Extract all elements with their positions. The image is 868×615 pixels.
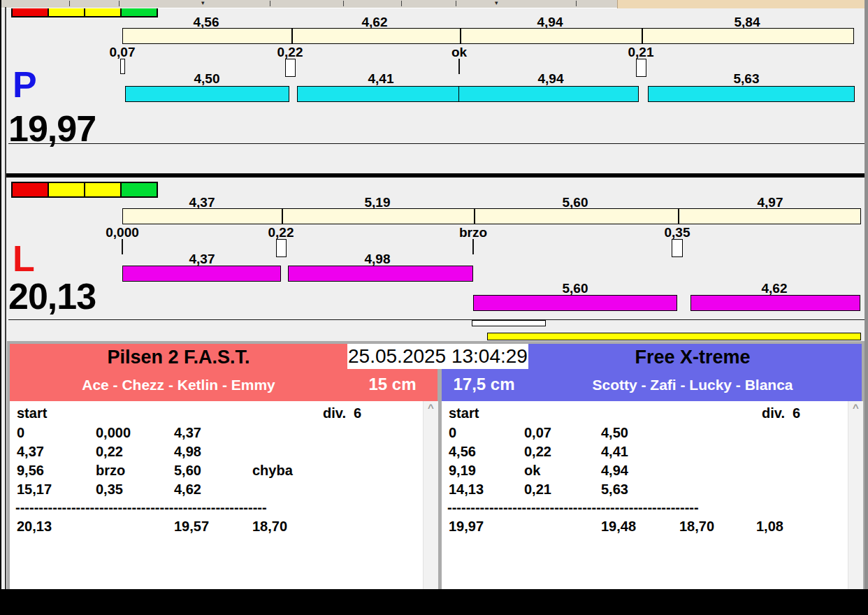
right-table-scrollbar[interactable]: ^ bbox=[848, 401, 863, 589]
table-cell: 4,56 bbox=[449, 444, 476, 460]
table-cell: 9,19 bbox=[449, 463, 476, 479]
tick-label: 0,000 bbox=[106, 225, 139, 240]
table-cell: 0,07 bbox=[524, 425, 551, 441]
tick-label: ok bbox=[451, 45, 467, 60]
split-label: 5,63 bbox=[734, 71, 760, 87]
team-left-jump-height: 15 cm bbox=[359, 375, 426, 394]
lane-p-run-bar bbox=[648, 86, 855, 102]
table-cell: 14,13 bbox=[449, 482, 484, 498]
table-cell: 0,21 bbox=[524, 482, 551, 498]
gap-marker bbox=[276, 239, 287, 257]
clock-display: 25.05.2025 13:04:29 bbox=[347, 344, 528, 369]
lane-l-upper-bar bbox=[122, 208, 861, 224]
divider-line bbox=[8, 319, 867, 320]
table-cell: chyba bbox=[252, 463, 293, 479]
lane-p-run-bar bbox=[125, 86, 289, 102]
gap-marker bbox=[285, 59, 296, 77]
status-light-red bbox=[11, 182, 49, 198]
lane-l-run-bar bbox=[288, 266, 473, 282]
table-cell: 4,94 bbox=[601, 463, 628, 479]
toolbar-chevron-icon[interactable]: ▾ bbox=[495, 0, 498, 6]
toolbar-separator bbox=[270, 1, 270, 6]
table-total-time: 20,13 bbox=[17, 519, 52, 535]
team-right-results-table: start div. 6 0 0,07 4,50 4,56 0,22 4,41 … bbox=[442, 401, 862, 589]
gap-marker bbox=[636, 59, 646, 77]
status-light-yellow-1 bbox=[48, 182, 85, 198]
table-cell: 9,56 bbox=[17, 463, 44, 479]
tick-label: 0,35 bbox=[665, 225, 690, 240]
lane-p-section: 4,56 4,62 4,94 5,84 0,07 0,22 ok 0,21 4,… bbox=[0, 0, 868, 166]
split-label: 4,98 bbox=[365, 252, 391, 267]
lane-p-run-bar bbox=[297, 86, 459, 102]
table-header-division: div. 6 bbox=[762, 405, 800, 421]
table-cell: 0 bbox=[449, 425, 456, 441]
table-cell: 0 bbox=[17, 425, 24, 441]
window-right-border bbox=[865, 0, 868, 589]
table-cell: 15,17 bbox=[17, 482, 52, 498]
toolbar-separator bbox=[343, 1, 344, 6]
toolbar-separator bbox=[69, 1, 70, 6]
table-total-net: 19,48 bbox=[601, 519, 636, 535]
table-total-net: 19,57 bbox=[174, 519, 209, 535]
bar-divider bbox=[678, 208, 679, 224]
bar-divider bbox=[474, 208, 475, 224]
toolbar-strip: ▾ ▾ bbox=[0, 0, 868, 8]
table-total-best: 18,70 bbox=[252, 519, 287, 535]
table-separator: ----------------------------------------… bbox=[15, 500, 267, 516]
tick-label: brzo bbox=[459, 225, 487, 240]
toolbar-separator bbox=[119, 1, 120, 6]
gap-marker bbox=[672, 239, 683, 257]
lane-p-upper-bar bbox=[122, 28, 854, 44]
scroll-up-icon[interactable]: ^ bbox=[848, 402, 863, 414]
toolbar-separator bbox=[576, 1, 577, 6]
tick-marker bbox=[122, 239, 123, 254]
tick-marker bbox=[458, 59, 460, 74]
bar-divider bbox=[460, 28, 461, 44]
split-label: 4,62 bbox=[762, 281, 788, 296]
status-light-green bbox=[120, 182, 158, 198]
lane-p-total-time: 19,97 bbox=[8, 110, 96, 147]
table-separator: ----------------------------------------… bbox=[447, 500, 699, 516]
toolbar-tan-panel bbox=[617, 0, 868, 8]
split-label: 4,41 bbox=[368, 71, 394, 87]
table-total-diff: 1,08 bbox=[756, 519, 783, 535]
progress-strip-white bbox=[472, 320, 546, 326]
lane-l-total-time: 20,13 bbox=[8, 278, 96, 314]
toolbar-separator bbox=[456, 1, 456, 6]
scroll-up-icon[interactable]: ^ bbox=[424, 402, 438, 414]
table-cell: 4,37 bbox=[174, 425, 201, 441]
table-header-division: div. 6 bbox=[323, 405, 361, 421]
lane-l-run-bar bbox=[473, 295, 677, 311]
progress-strip-yellow bbox=[487, 333, 861, 340]
table-cell: 0,35 bbox=[96, 482, 123, 498]
tick-marker bbox=[472, 239, 474, 254]
team-right-members: Scotty - Zafi - Lucky - Blanca bbox=[528, 377, 857, 393]
table-cell: 0,22 bbox=[524, 444, 551, 460]
status-light-yellow-2 bbox=[84, 182, 122, 198]
tick-label: 0,21 bbox=[628, 45, 654, 60]
bottom-bar bbox=[0, 589, 868, 615]
table-cell: 5,63 bbox=[601, 482, 628, 498]
bar-divider bbox=[642, 28, 643, 44]
table-cell: 4,98 bbox=[174, 444, 201, 460]
tick-label: 0,07 bbox=[110, 45, 136, 60]
timing-app-window: 4,56 4,62 4,94 5,84 0,07 0,22 ok 0,21 4,… bbox=[0, 0, 868, 615]
table-cell: brzo bbox=[96, 463, 125, 479]
table-cell: 4,50 bbox=[601, 425, 628, 441]
table-total-time: 19,97 bbox=[449, 519, 484, 535]
team-right-jump-height: 17,5 cm bbox=[447, 375, 521, 394]
window-left-inner-border bbox=[5, 7, 6, 590]
lane-l-section: 4,37 5,19 5,60 4,97 0,000 0,22 brzo 0,35… bbox=[0, 178, 868, 341]
lane-p-run-bar bbox=[458, 86, 639, 102]
left-table-scrollbar[interactable]: ^ bbox=[423, 401, 438, 589]
table-cell: 0,22 bbox=[96, 444, 123, 460]
table-total-best: 18,70 bbox=[679, 519, 714, 535]
window-left-border bbox=[0, 0, 1, 615]
split-label: 5,60 bbox=[563, 281, 588, 296]
lane-p-letter: P bbox=[13, 66, 37, 103]
toolbar-chevron-icon[interactable]: ▾ bbox=[201, 0, 205, 6]
table-header-start: start bbox=[17, 405, 47, 421]
team-left-name: Pilsen 2 F.A.S.T. bbox=[10, 347, 347, 368]
split-label: 4,37 bbox=[189, 252, 215, 267]
lane-l-letter: L bbox=[13, 240, 35, 277]
